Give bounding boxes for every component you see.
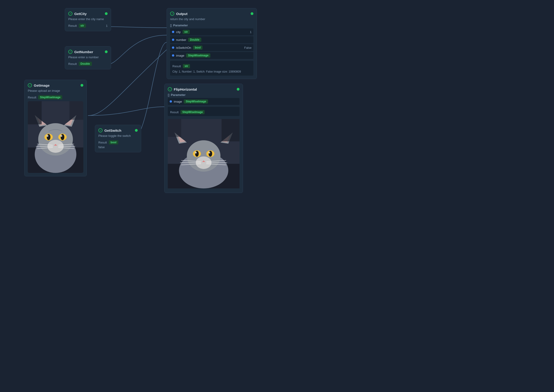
getimage-title: GetImage	[34, 84, 50, 87]
svg-point-37	[209, 151, 212, 156]
svg-point-12	[47, 134, 50, 140]
output-bracket-icon: []	[170, 24, 172, 27]
fliphorizontal-result-type: StepWiseImage	[180, 110, 205, 114]
fliphorizontal-status-icon: ✓	[168, 87, 172, 91]
fliphorizontal-preview	[168, 118, 239, 189]
svg-rect-23	[28, 101, 42, 124]
output-city-type: str	[183, 30, 190, 34]
getswitch-node: ✓ GetSwitch Please toggle the switch Res…	[95, 125, 141, 152]
getimage-preview	[28, 101, 83, 173]
output-param-switch: isSwitchOn bool False	[170, 44, 253, 51]
output-city-name: city	[176, 30, 181, 34]
getcity-result-label: Result	[68, 24, 77, 28]
svg-point-15	[60, 135, 62, 137]
output-number-name: number	[176, 38, 186, 42]
getnumber-result-row: Result Double	[68, 62, 108, 66]
output-status-icon: ✓	[170, 12, 174, 16]
output-result-text: City: 1, Number: 1, Switch: False Image …	[173, 70, 251, 74]
getswitch-result-label: Result	[98, 141, 107, 144]
getswitch-result-type: bool	[109, 140, 118, 144]
getswitch-title: GetSwitch	[104, 128, 121, 133]
getswitch-dot	[135, 129, 138, 132]
fliphorizontal-header: ✓ FlipHorizontal	[168, 87, 239, 91]
fliphorizontal-result-box: Result StepWiseImage	[168, 107, 239, 116]
getswitch-status-icon: ✓	[98, 128, 102, 133]
output-number-type: Double	[188, 38, 201, 42]
getswitch-result-value: false	[98, 145, 138, 149]
svg-point-39	[208, 152, 210, 154]
output-result-row: Result str	[173, 64, 251, 68]
getnumber-status-icon: ✓	[68, 50, 72, 54]
getcity-result-value: 1	[106, 24, 108, 28]
svg-point-14	[47, 135, 48, 137]
fliphorizontal-title: FlipHorizontal	[174, 87, 197, 91]
fliphorizontal-image-name: image	[174, 100, 182, 103]
output-city-value: 1	[250, 30, 252, 34]
output-section-header: [] Parameter	[170, 24, 253, 27]
getimage-result-row: Result StepWiseImage	[28, 95, 83, 99]
svg-rect-47	[222, 119, 240, 141]
output-switch-value: False	[244, 46, 252, 49]
output-image-name: image	[176, 54, 184, 57]
fliphorizontal-param-image: image StepWiseImage	[168, 98, 239, 105]
output-param-number: number Double	[170, 36, 253, 43]
getcity-title: GetCity	[74, 12, 86, 16]
output-desc: return the city and number	[170, 17, 253, 21]
output-title: Output	[176, 12, 187, 16]
getimage-header: ✓ GetImage	[28, 83, 83, 87]
output-node: ✓ Output return the city and number [] P…	[167, 8, 257, 79]
output-switch-type: bool	[193, 46, 202, 50]
output-image-dot	[172, 54, 174, 57]
getcity-node: ✓ GetCity Please enter the city name Res…	[65, 8, 111, 31]
getimage-dot	[80, 84, 83, 87]
fliphorizontal-bracket-icon: []	[168, 93, 169, 97]
output-city-dot	[172, 31, 174, 33]
output-section-label: Parameter	[173, 24, 188, 27]
output-switch-dot	[172, 46, 174, 49]
getswitch-desc: Please toggle the switch	[98, 134, 138, 138]
output-number-dot	[172, 39, 174, 41]
output-result-label: Result	[173, 64, 181, 68]
fliphorizontal-section-label: Parameter	[171, 93, 186, 97]
output-header: ✓ Output	[170, 12, 253, 16]
getnumber-node: ✓ GetNumber Please enter a number Result…	[65, 46, 111, 69]
getnumber-title: GetNumber	[74, 50, 93, 54]
getswitch-result-row: Result bool	[98, 140, 138, 144]
getnumber-desc: Please enter a number	[68, 55, 108, 59]
getswitch-header: ✓ GetSwitch	[98, 128, 138, 133]
output-param-image: image StepWiseImage	[170, 52, 253, 59]
output-result-type: str	[183, 64, 190, 68]
getnumber-header: ✓ GetNumber	[68, 50, 108, 54]
fliphorizontal-dot	[237, 88, 239, 91]
getcity-status-icon: ✓	[68, 12, 72, 16]
output-image-type: StepWiseImage	[186, 53, 210, 57]
svg-point-36	[195, 151, 199, 156]
fliphorizontal-image-type: StepWiseImage	[184, 99, 208, 104]
output-param-city: city str 1	[170, 28, 253, 35]
getimage-desc: Please upload an image	[28, 89, 83, 93]
fliphorizontal-image-dot	[170, 100, 172, 103]
getnumber-result-label: Result	[68, 62, 77, 66]
output-dot	[251, 12, 253, 15]
getimage-node: ✓ GetImage Please upload an image Result…	[24, 80, 87, 176]
getcity-header: ✓ GetCity	[68, 12, 108, 16]
getcity-result-row: Result str 1	[68, 24, 108, 28]
svg-rect-24	[69, 101, 83, 120]
fliphorizontal-result-label: Result	[170, 111, 179, 114]
getcity-desc: Please enter the city name	[68, 17, 108, 21]
fliphorizontal-section-header: [] Parameter	[168, 93, 239, 97]
getcity-dot	[105, 12, 108, 15]
svg-point-38	[195, 152, 197, 154]
fliphorizontal-result-row: Result StepWiseImage	[170, 110, 237, 114]
fliphorizontal-node: ✓ FlipHorizontal [] Parameter image Step…	[164, 84, 243, 193]
svg-rect-48	[168, 119, 181, 137]
getimage-result-type: StepWiseImage	[38, 95, 63, 99]
getcity-result-type: str	[79, 24, 86, 28]
output-switch-name: isSwitchOn	[176, 46, 191, 49]
output-result-box: Result str City: 1, Number: 1, Switch: F…	[170, 61, 253, 76]
getimage-result-label: Result	[28, 96, 36, 99]
svg-point-13	[61, 134, 64, 140]
getnumber-dot	[105, 50, 108, 53]
getnumber-result-type: Double	[79, 62, 92, 66]
getimage-status-icon: ✓	[28, 83, 32, 87]
